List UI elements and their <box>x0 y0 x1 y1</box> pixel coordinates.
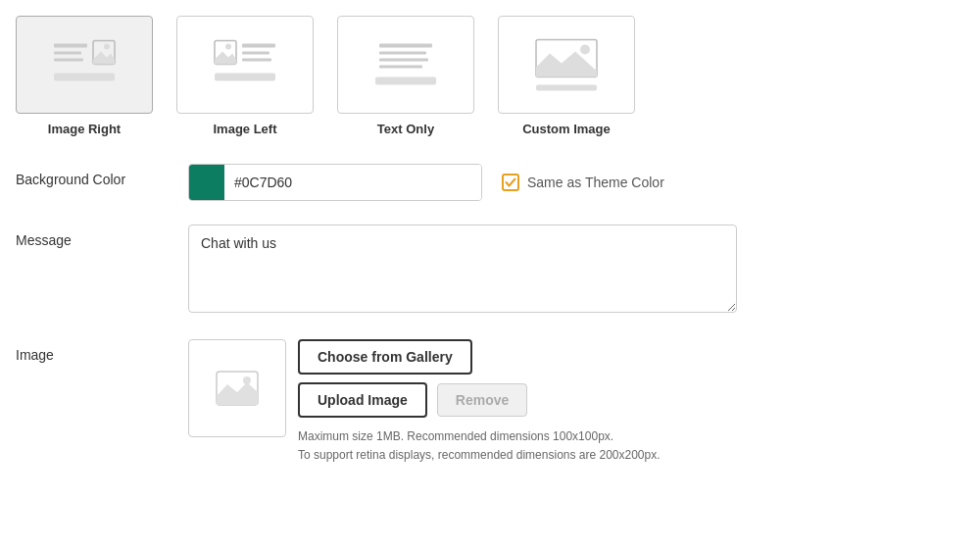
svg-rect-2 <box>54 58 83 61</box>
color-swatch[interactable] <box>189 165 224 200</box>
svg-rect-1 <box>54 51 81 54</box>
image-placeholder <box>188 339 286 437</box>
svg-rect-9 <box>242 51 270 54</box>
color-input-wrapper <box>188 164 482 201</box>
background-color-controls: Same as Theme Color <box>188 164 664 201</box>
layout-option-text-only[interactable]: Text Only <box>337 16 474 136</box>
image-right-controls: Choose from Gallery Upload Image Remove … <box>298 339 661 465</box>
custom-image-svg <box>532 33 601 97</box>
image-hint-line2: To support retina displays, recommended … <box>298 446 661 465</box>
svg-rect-14 <box>379 58 428 61</box>
layout-option-label-text-only: Text Only <box>377 122 434 136</box>
message-textarea[interactable]: Chat with us <box>188 225 737 313</box>
remove-button: Remove <box>437 383 527 417</box>
choose-gallery-button-wrapper: Choose from Gallery <box>298 339 661 375</box>
layout-icon-custom-image <box>498 16 635 114</box>
image-placeholder-icon <box>216 371 259 406</box>
layout-icon-image-right <box>16 16 153 114</box>
layout-option-custom-image[interactable]: Custom Image <box>498 16 635 136</box>
checkmark-icon <box>505 176 516 188</box>
layout-option-image-left[interactable]: Image Left <box>176 16 314 136</box>
svg-rect-0 <box>54 43 87 47</box>
svg-point-21 <box>243 376 251 384</box>
svg-rect-10 <box>242 58 271 61</box>
layout-option-label-image-left: Image Left <box>213 122 276 136</box>
layout-selector: Image Right Image Left <box>16 16 964 136</box>
background-color-label: Background Color <box>16 164 172 187</box>
image-hint-line1: Maximum size 1MB. Recommended dimensions… <box>298 427 661 446</box>
same-as-theme-checkbox[interactable] <box>502 174 519 191</box>
background-color-row: Background Color Same as Theme Color <box>16 164 964 201</box>
svg-rect-19 <box>536 84 597 90</box>
color-text-input[interactable] <box>224 165 481 200</box>
layout-option-image-right[interactable]: Image Right <box>16 16 153 136</box>
image-hint: Maximum size 1MB. Recommended dimensions… <box>298 427 661 465</box>
svg-rect-16 <box>375 76 436 84</box>
svg-rect-15 <box>379 65 422 68</box>
svg-rect-5 <box>54 73 115 80</box>
upload-image-button[interactable]: Upload Image <box>298 382 427 418</box>
choose-gallery-button[interactable]: Choose from Gallery <box>298 339 472 375</box>
layout-icon-text-only <box>337 16 474 114</box>
text-only-svg <box>371 33 440 97</box>
image-buttons-row: Upload Image Remove <box>298 382 661 418</box>
svg-point-7 <box>225 43 231 49</box>
same-as-theme-wrapper: Same as Theme Color <box>502 174 664 191</box>
message-row: Message Chat with us <box>16 225 964 316</box>
image-controls: Choose from Gallery Upload Image Remove … <box>188 339 661 465</box>
image-label: Image <box>16 339 172 363</box>
svg-rect-13 <box>379 51 426 54</box>
image-right-svg <box>50 33 119 97</box>
svg-point-4 <box>104 43 110 49</box>
layout-icon-image-left <box>176 16 314 114</box>
message-controls: Chat with us <box>188 225 737 316</box>
message-label: Message <box>16 225 172 248</box>
svg-rect-12 <box>379 43 432 47</box>
same-as-theme-label: Same as Theme Color <box>527 175 664 190</box>
image-row: Image Choose from Gallery Upload Image R… <box>16 339 964 465</box>
svg-rect-11 <box>215 73 275 80</box>
svg-point-18 <box>580 44 590 54</box>
image-left-svg <box>211 33 279 97</box>
layout-option-label-custom-image: Custom Image <box>522 122 611 136</box>
svg-rect-8 <box>242 43 275 47</box>
layout-option-label-image-right: Image Right <box>48 122 121 136</box>
